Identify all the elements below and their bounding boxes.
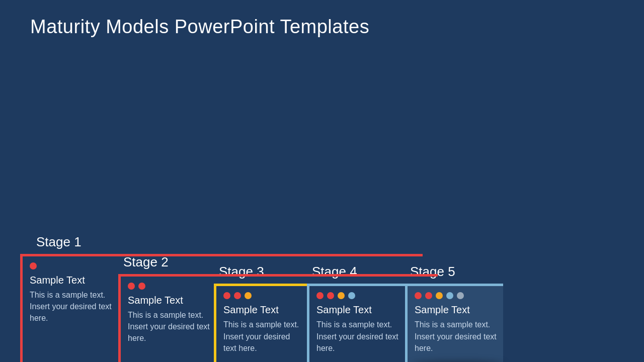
- stage-2-dot-2: [138, 283, 145, 290]
- stage-3-box: Sample Text This is a sample text. Inser…: [214, 284, 309, 362]
- stage-3-label: Stage 3: [219, 264, 264, 280]
- stage-2-box-title: Sample Text: [128, 295, 211, 306]
- page-title: Maturity Models PowerPoint Templates: [30, 16, 369, 38]
- stage-1-box-body: This is a sample text. Insert your desir…: [30, 289, 116, 324]
- stage-4-step: Stage 4 Sample Text This is a sample tex…: [307, 264, 408, 362]
- stage-3-dot-2: [234, 292, 241, 299]
- stage-3-step: Stage 3 Sample Text This is a sample tex…: [214, 264, 309, 362]
- stage-5-dots: [415, 292, 498, 299]
- stage-3-dot-1: [223, 292, 230, 299]
- stage-5-box-body: This is a sample text. Insert your desir…: [415, 319, 498, 354]
- stage-5-step: Stage 5 Sample Text This is a sample tex…: [405, 264, 503, 362]
- stage-4-dots: [316, 292, 403, 299]
- stage-5-dot-4: [446, 292, 453, 299]
- stage-1-box: Sample Text This is a sample text. Inser…: [20, 254, 121, 362]
- stage-5-dot-2: [425, 292, 432, 299]
- stage-2-dot-1: [128, 283, 135, 290]
- stage-2-box: Sample Text This is a sample text. Inser…: [118, 274, 216, 362]
- stage-1-label: Stage 1: [36, 234, 82, 250]
- stage-4-box-body: This is a sample text. Insert your desir…: [316, 319, 403, 354]
- stage-5-dot-3: [436, 292, 443, 299]
- stage-1-connector: [121, 254, 423, 256]
- stages-staircase: Stage 1 Sample Text This is a sample tex…: [20, 234, 644, 362]
- stage-2-label: Stage 2: [123, 254, 169, 270]
- stage-4-box-title: Sample Text: [316, 304, 403, 316]
- stage-2-step: Stage 2 Sample Text This is a sample tex…: [118, 254, 216, 362]
- stage-4-dot-4: [348, 292, 355, 299]
- stage-4-box: Sample Text This is a sample text. Inser…: [307, 284, 408, 362]
- stage-4-dot-2: [327, 292, 334, 299]
- stage-5-box: Sample Text This is a sample text. Inser…: [405, 284, 503, 362]
- stage-1-box-title: Sample Text: [30, 275, 116, 286]
- stage-5-dot-5: [457, 292, 464, 299]
- stage-2-box-body: This is a sample text. Insert your desir…: [128, 309, 211, 344]
- stage-5-label: Stage 5: [410, 264, 455, 280]
- stage-5-box-title: Sample Text: [415, 304, 498, 316]
- stage-4-dot-3: [338, 292, 345, 299]
- stage-5-dot-1: [415, 292, 422, 299]
- stage-3-dot-3: [245, 292, 252, 299]
- stage-2-dots: [128, 283, 211, 290]
- stage-3-box-body: This is a sample text. Insert your desir…: [223, 319, 304, 354]
- stage-1-dot-1: [30, 262, 37, 269]
- stage-3-dots: [223, 292, 304, 299]
- stage-4-dot-1: [316, 292, 324, 299]
- stage-4-label: Stage 4: [312, 264, 357, 280]
- stage-1-step: Stage 1 Sample Text This is a sample tex…: [20, 234, 121, 362]
- stage-1-dots: [30, 262, 116, 269]
- stage-2-connector: [216, 274, 438, 277]
- stage-3-box-title: Sample Text: [223, 304, 304, 316]
